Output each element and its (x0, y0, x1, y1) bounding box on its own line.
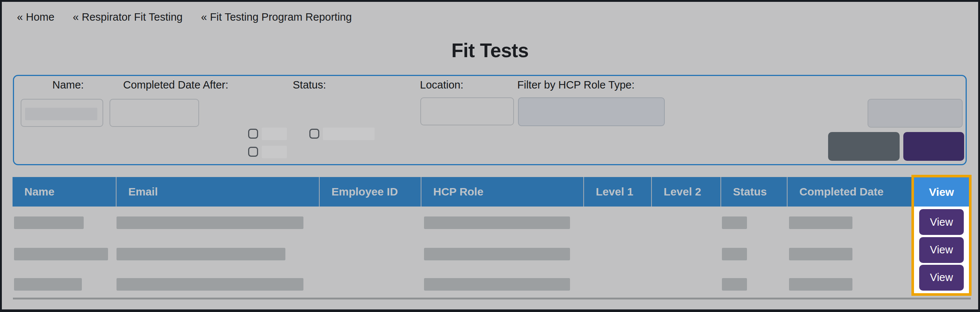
column-header-status: Status (721, 177, 787, 207)
redacted-cell-hcp-role (424, 278, 570, 291)
completed-date-after-input[interactable] (110, 99, 199, 127)
redacted-checkbox-label-1 (262, 127, 287, 140)
redacted-cell-status (722, 248, 747, 260)
primary-action-button[interactable] (903, 132, 964, 161)
table-header: Name Email Employee ID HCP Role Level 1 … (13, 177, 912, 207)
status-checkbox-3[interactable] (248, 147, 258, 157)
column-header-level-1: Level 1 (583, 177, 651, 207)
redacted-cell-name (14, 278, 82, 291)
column-header-employee-id: Employee ID (319, 177, 421, 207)
redacted-cell-completed-date (789, 248, 853, 260)
view-buttons-group: View View View (914, 207, 969, 293)
redacted-dropdown[interactable] (867, 99, 963, 127)
breadcrumb-respirator-fit-testing[interactable]: « Respirator Fit Testing (73, 11, 183, 23)
redacted-cell-status (722, 216, 747, 229)
column-header-name: Name (13, 177, 116, 207)
redacted-checkbox-label-2 (323, 127, 375, 140)
location-filter-input[interactable] (420, 97, 514, 126)
fit-tests-page: « Home « Respirator Fit Testing « Fit Te… (0, 0, 980, 312)
column-header-level-2: Level 2 (651, 177, 721, 207)
redacted-cell-hcp-role (424, 216, 570, 229)
hcp-role-type-filter-label: Filter by HCP Role Type: (517, 79, 635, 91)
filter-panel: Name: Completed Date After: Status: Loca… (13, 75, 967, 165)
name-filter-input[interactable] (21, 99, 103, 127)
status-checkbox-2[interactable] (309, 129, 319, 138)
redacted-checkbox-label-3 (262, 146, 287, 158)
page-title: Fit Tests (0, 39, 980, 62)
column-header-hcp-role: HCP Role (421, 177, 583, 207)
status-filter-label: Status: (293, 79, 326, 91)
redacted-cell-email (116, 278, 304, 291)
bottom-divider (13, 298, 971, 299)
redacted-cell-completed-date (789, 216, 853, 229)
column-header-completed-date: Completed Date (787, 177, 912, 207)
completed-date-after-label: Completed Date After: (123, 79, 228, 91)
secondary-action-button[interactable] (828, 132, 900, 161)
view-column-highlight: View View View View (912, 175, 972, 296)
redacted-cell-hcp-role (424, 248, 570, 260)
redacted-cell-email (116, 216, 304, 229)
name-filter-label: Name: (52, 79, 84, 91)
redacted-cell-name (14, 248, 108, 260)
hcp-role-type-select[interactable] (518, 97, 665, 126)
redacted-name-value (25, 108, 97, 120)
redacted-cell-completed-date (789, 278, 853, 291)
location-filter-label: Location: (420, 79, 463, 91)
breadcrumb-fit-testing-program-reporting[interactable]: « Fit Testing Program Reporting (201, 11, 352, 23)
column-header-view: View (914, 177, 969, 207)
redacted-cell-email (116, 248, 285, 260)
redacted-cell-name (14, 216, 84, 229)
status-checkbox-1[interactable] (248, 129, 258, 138)
view-button-row-1[interactable]: View (919, 209, 964, 235)
breadcrumb-home[interactable]: « Home (17, 11, 54, 23)
redacted-cell-status (722, 278, 747, 291)
view-button-row-2[interactable]: View (919, 237, 964, 263)
column-header-email: Email (116, 177, 319, 207)
view-button-row-3[interactable]: View (919, 265, 964, 291)
breadcrumb: « Home « Respirator Fit Testing « Fit Te… (17, 11, 352, 23)
